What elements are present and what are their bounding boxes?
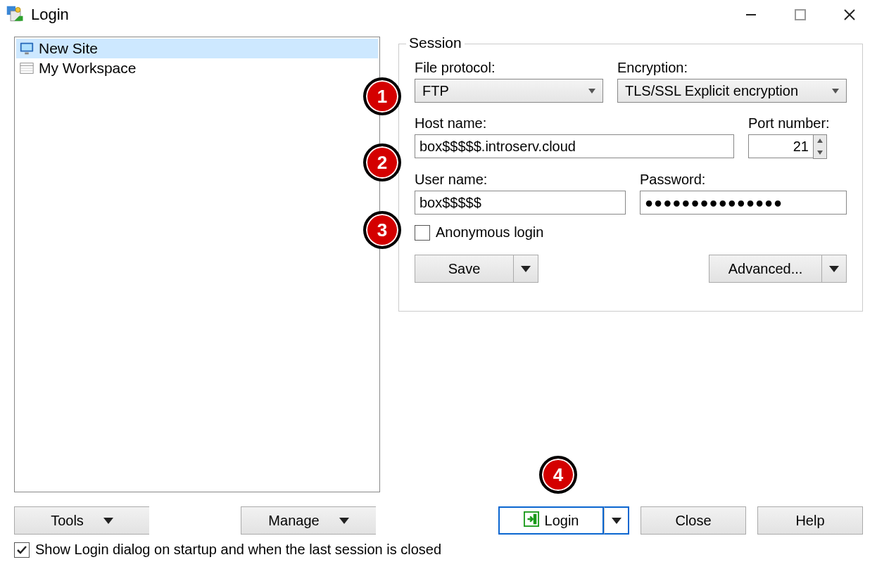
save-button[interactable]: Save xyxy=(415,255,513,283)
bottom-buttons-right: 4 Login Close Help xyxy=(498,506,863,535)
chevron-down-icon xyxy=(588,89,595,94)
chevron-down-icon xyxy=(339,518,349,524)
chevron-down-icon xyxy=(832,89,839,94)
login-dropdown-button[interactable] xyxy=(604,506,629,535)
login-button-group: 4 Login xyxy=(498,506,629,535)
chevron-down-icon xyxy=(103,518,113,524)
manage-button-label: Manage xyxy=(268,513,319,529)
site-item-label: My Workspace xyxy=(39,60,136,77)
session-group: Session File protocol: FTP Encryption: T… xyxy=(398,44,863,312)
svg-rect-15 xyxy=(533,513,536,524)
close-button[interactable] xyxy=(825,1,874,29)
window-controls xyxy=(726,1,874,29)
host-name-value: box$$$$$.introserv.cloud xyxy=(419,139,576,155)
tools-button-group: Tools xyxy=(14,506,149,535)
advanced-button-label: Advanced... xyxy=(728,261,803,277)
port-number-value[interactable] xyxy=(748,134,813,158)
spinner-up[interactable] xyxy=(814,135,826,147)
advanced-button[interactable]: Advanced... xyxy=(709,255,821,283)
show-login-dialog-label: Show Login dialog on startup and when th… xyxy=(35,542,441,558)
maximize-button[interactable] xyxy=(776,1,825,29)
password-value: ●●●●●●●●●●●●●●● xyxy=(645,195,783,211)
window-title: Login xyxy=(31,6,69,24)
help-button[interactable]: Help xyxy=(757,506,863,535)
minimize-button[interactable] xyxy=(726,1,776,29)
encryption-label: Encryption: xyxy=(617,60,847,76)
session-panel: Session File protocol: FTP Encryption: T… xyxy=(398,37,863,492)
file-protocol-label: File protocol: xyxy=(415,60,603,76)
anonymous-login-label: Anonymous login xyxy=(436,224,543,241)
close-button-bottom[interactable]: Close xyxy=(641,506,746,535)
user-name-label: User name: xyxy=(415,172,626,188)
user-name-value: box$$$$$ xyxy=(419,195,481,211)
password-input[interactable]: ●●●●●●●●●●●●●●● xyxy=(640,191,847,215)
checkbox-checked-icon xyxy=(14,542,30,558)
annotation-3: 3 xyxy=(363,211,401,249)
login-icon xyxy=(524,511,539,530)
save-button-label: Save xyxy=(448,261,481,277)
host-name-input[interactable]: box$$$$$.introserv.cloud xyxy=(415,134,734,158)
svg-rect-9 xyxy=(25,53,29,55)
session-legend: Session xyxy=(406,34,465,51)
chevron-down-icon xyxy=(612,518,622,524)
bottom-button-row: Tools Manage 4 Login Close Help xyxy=(0,499,877,537)
encryption-select[interactable]: TLS/SSL Explicit encryption xyxy=(617,79,847,103)
app-icon xyxy=(6,5,25,25)
password-label: Password: xyxy=(640,172,847,188)
tools-button-label: Tools xyxy=(51,513,84,529)
annotation-1: 1 xyxy=(363,77,401,115)
chevron-down-icon xyxy=(829,266,839,272)
help-button-label: Help xyxy=(795,513,824,529)
svg-rect-4 xyxy=(795,10,805,20)
file-protocol-value: FTP xyxy=(422,83,449,99)
encryption-value: TLS/SSL Explicit encryption xyxy=(625,83,798,99)
site-item-new-site[interactable]: New Site xyxy=(16,39,378,58)
chevron-down-icon xyxy=(521,266,531,272)
site-item-my-workspace[interactable]: My Workspace xyxy=(16,58,378,78)
spinner-down[interactable] xyxy=(814,147,826,159)
port-number-label: Port number: xyxy=(748,115,847,132)
annotation-4: 4 xyxy=(539,456,577,494)
chevron-up-icon xyxy=(817,139,823,143)
show-login-dialog-checkbox[interactable]: Show Login dialog on startup and when th… xyxy=(0,537,877,562)
svg-point-2 xyxy=(15,8,20,13)
tools-button[interactable]: Tools xyxy=(14,506,149,535)
title-bar: Login xyxy=(0,0,877,30)
site-list[interactable]: New Site My Workspace xyxy=(14,37,380,492)
advanced-dropdown-button[interactable] xyxy=(821,255,847,283)
advanced-button-group: Advanced... xyxy=(709,255,847,283)
port-spinner[interactable] xyxy=(813,134,827,159)
chevron-down-icon xyxy=(817,151,823,155)
checkbox-icon xyxy=(415,225,430,241)
anonymous-login-checkbox[interactable]: Anonymous login xyxy=(415,224,847,241)
manage-button[interactable]: Manage xyxy=(241,506,376,535)
save-button-group: Save xyxy=(415,255,538,283)
save-dropdown-button[interactable] xyxy=(513,255,538,283)
port-number-input[interactable] xyxy=(748,134,847,159)
svg-rect-8 xyxy=(22,44,32,51)
host-name-label: Host name: xyxy=(415,115,734,132)
manage-button-group: Manage xyxy=(241,506,376,535)
annotation-2: 2 xyxy=(363,143,401,181)
site-item-label: New Site xyxy=(39,40,98,57)
login-button[interactable]: Login xyxy=(498,506,604,535)
workspace-icon xyxy=(19,60,34,76)
user-name-input[interactable]: box$$$$$ xyxy=(415,191,626,215)
login-button-label: Login xyxy=(545,513,579,529)
close-button-label: Close xyxy=(675,513,711,529)
monitor-icon xyxy=(19,41,34,56)
file-protocol-select[interactable]: FTP xyxy=(415,79,603,103)
